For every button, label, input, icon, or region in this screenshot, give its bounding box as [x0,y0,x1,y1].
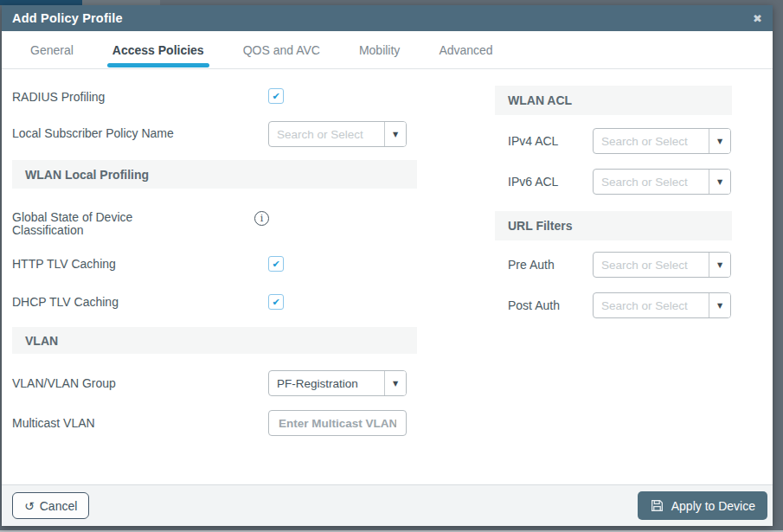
tab-label: Access Policies [112,43,204,57]
check-icon: ✔ [272,92,279,101]
multicast-vlan-input[interactable] [268,410,407,436]
vlan-vlan-group-label: VLAN/VLAN Group [12,377,116,390]
ipv6-acl-label: IPv6 ACL [508,176,558,189]
tab-access-policies[interactable]: Access Policies [107,31,209,68]
save-icon [650,498,664,513]
radius-profiling-checkbox[interactable]: ✔ [268,88,284,104]
active-tab-underline [107,63,209,67]
apply-to-device-button[interactable]: Apply to Device [638,491,767,520]
check-icon: ✔ [272,260,279,269]
tab-label: General [30,43,74,57]
ipv4-acl-select[interactable]: ▼ [593,128,731,154]
chevron-down-icon: ▼ [717,302,722,310]
tab-label: QOS and AVC [243,43,320,57]
pre-auth-input[interactable] [594,253,709,277]
dhcp-tlv-caching-label: DHCP TLV Caching [12,296,119,309]
dropdown-caret-button[interactable]: ▼ [709,293,730,317]
cancel-button-label: Cancel [40,499,78,513]
dropdown-caret-button[interactable]: ▼ [709,253,730,277]
ipv6-acl-input[interactable] [594,170,709,194]
vlan-vlan-group-select[interactable]: ▼ [268,370,407,396]
multicast-vlan-label: Multicast VLAN [12,417,95,430]
local-subscriber-policy-name-select[interactable]: ▼ [268,121,407,147]
tab-mobility[interactable]: Mobility [354,31,405,68]
local-subscriber-policy-name-label: Local Subscriber Policy Name [12,127,174,140]
dropdown-caret-button[interactable]: ▼ [709,129,730,153]
dropdown-caret-button[interactable]: ▼ [384,371,406,395]
ipv6-acl-select[interactable]: ▼ [593,169,731,195]
cancel-button[interactable]: ↺ Cancel [12,492,89,519]
section-title: URL Filters [508,219,572,233]
apply-button-label: Apply to Device [671,499,755,513]
local-subscriber-policy-name-input[interactable] [269,122,384,146]
undo-icon: ↺ [24,500,35,512]
close-icon[interactable]: ✖ [753,12,762,25]
ipv4-acl-input[interactable] [594,129,709,153]
chevron-down-icon: ▼ [717,138,722,145]
section-wlan-acl: WLAN ACL [495,86,732,115]
tab-general[interactable]: General [25,31,79,68]
info-icon[interactable]: i [254,211,269,226]
section-title: VLAN [25,334,58,348]
dialog-titlebar: Add Policy Profile ✖ [2,5,773,31]
section-title: WLAN ACL [508,93,572,107]
http-tlv-caching-checkbox[interactable]: ✔ [268,256,284,272]
dropdown-caret-button[interactable]: ▼ [709,170,730,194]
vlan-vlan-group-input[interactable] [269,371,384,395]
tab-advanced[interactable]: Advanced [433,31,497,68]
post-auth-input[interactable] [594,293,709,317]
post-auth-select[interactable]: ▼ [593,292,731,318]
tab-label: Mobility [359,43,400,57]
tab-label: Advanced [439,43,492,57]
section-url-filters: URL Filters [495,211,732,240]
radius-profiling-label: RADIUS Profiling [12,91,105,104]
section-title: WLAN Local Profiling [25,168,149,182]
chevron-down-icon: ▼ [717,178,722,186]
http-tlv-caching-label: HTTP TLV Caching [12,258,116,271]
post-auth-label: Post Auth [508,299,560,312]
info-icon-glyph: i [260,214,264,223]
chevron-down-icon: ▼ [393,131,398,138]
dropdown-caret-button[interactable]: ▼ [384,122,406,146]
ipv4-acl-label: IPv4 ACL [508,135,558,148]
pre-auth-select[interactable]: ▼ [593,252,731,278]
chevron-down-icon: ▼ [717,261,722,269]
chevron-down-icon: ▼ [393,380,398,388]
tab-qos-and-avc[interactable]: QOS and AVC [238,31,325,68]
section-wlan-local-profiling: WLAN Local Profiling [12,160,417,189]
dhcp-tlv-caching-checkbox[interactable]: ✔ [268,294,284,310]
add-policy-profile-dialog: Add Policy Profile ✖ General Access Poli… [2,5,773,526]
global-state-of-device-classification-label: Global State of Device Classification [12,211,176,236]
section-vlan: VLAN [12,327,417,354]
check-icon: ✔ [272,298,279,307]
dialog-footer: ↺ Cancel Apply to Device [2,484,773,526]
pre-auth-label: Pre Auth [508,259,555,272]
dialog-title: Add Policy Profile [12,11,123,25]
dialog-tabs: General Access Policies QOS and AVC Mobi… [2,31,773,69]
